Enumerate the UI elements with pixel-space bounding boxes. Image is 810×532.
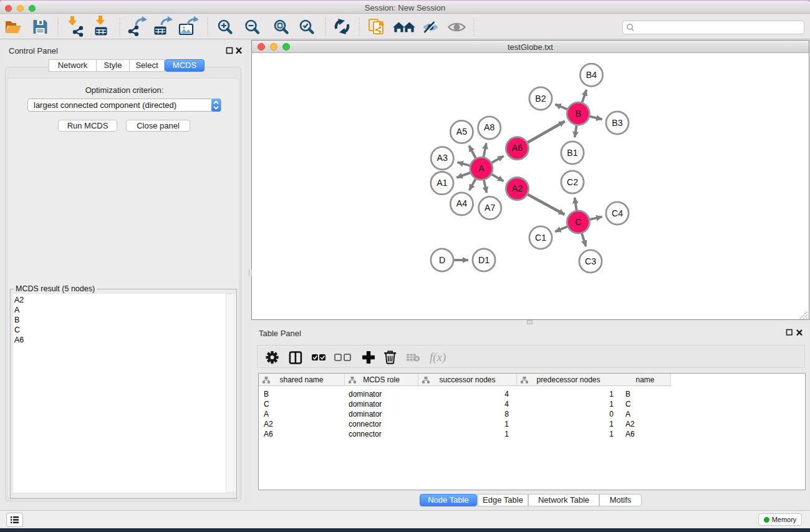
- svg-text:B4: B4: [586, 70, 597, 80]
- svg-text:C4: C4: [612, 208, 623, 218]
- svg-text:D: D: [439, 255, 445, 265]
- svg-text:C2: C2: [567, 177, 578, 187]
- svg-text:A6: A6: [512, 143, 523, 153]
- svg-text:C1: C1: [535, 233, 546, 243]
- svg-text:A5: A5: [456, 127, 467, 137]
- svg-text:A2: A2: [512, 183, 523, 193]
- svg-text:D1: D1: [478, 255, 489, 265]
- svg-text:C: C: [575, 217, 581, 227]
- svg-text:f(x): f(x): [430, 351, 446, 364]
- svg-text:A: A: [478, 163, 485, 173]
- svg-text:A1: A1: [436, 178, 447, 188]
- svg-text:B1: B1: [567, 148, 577, 158]
- svg-text:B3: B3: [612, 118, 622, 128]
- svg-text:A8: A8: [484, 122, 494, 132]
- svg-text:A4: A4: [456, 198, 467, 208]
- svg-text:B2: B2: [535, 94, 546, 104]
- svg-text:B: B: [576, 109, 581, 118]
- svg-text:A3: A3: [437, 153, 448, 163]
- svg-text:C3: C3: [585, 256, 596, 266]
- svg-text:A7: A7: [485, 203, 495, 213]
